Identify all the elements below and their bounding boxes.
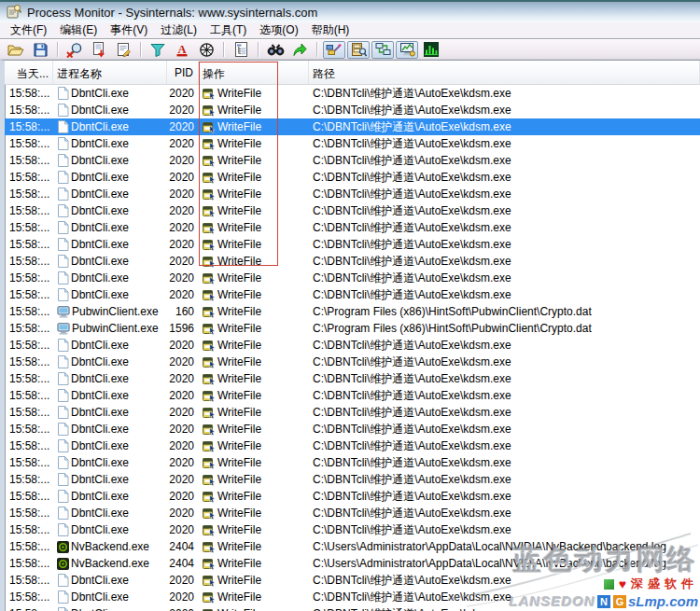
show-profiling-events-toggle[interactable] [420,41,442,59]
jump-icon [292,42,307,57]
table-row[interactable]: 15:58:... DbntCli.exe 2020 WriteFile C:\… [5,404,700,421]
cell-pid: 2020 [167,286,199,303]
show-registry-activity-toggle[interactable] [323,41,345,59]
document-icon [57,574,69,587]
cell-path: C:\Users\Administrator\AppData\Local\NVI… [309,555,700,572]
svg-text:A: A [177,43,186,56]
menu-item[interactable]: 帮助(H) [305,21,357,39]
process-monitor-window: { "window": { "title": "Process Monitor … [0,0,700,611]
cell-pid: 2020 [167,437,199,454]
jump-to-button[interactable] [288,41,311,59]
cell-process: DbntCli.exe [53,202,167,219]
column-header-path[interactable]: 路径 [309,61,700,84]
table-row[interactable]: 15:58:... DbntCli.exe 2020 WriteFile C:\… [5,186,700,202]
cell-time: 15:58:... [5,202,53,219]
column-header-time[interactable]: 当天... [5,61,53,84]
menu-item[interactable]: 文件(F) [4,21,53,39]
toolbar: A [0,40,700,60]
menu-item[interactable]: 编辑(E) [53,21,104,39]
filter-button[interactable] [147,41,169,59]
table-row[interactable]: 15:58:... DbntCli.exe 2020 WriteFile C:\… [5,236,700,253]
table-row[interactable]: 15:58:... DbntCli.exe 2020 WriteFile C:\… [5,118,700,135]
table-row[interactable]: 15:58:... DbntCli.exe 2020 WriteFile C:\… [5,102,700,118]
table-row[interactable]: 15:58:... PubwinClient.exe 1596 WriteFil… [5,320,700,337]
column-header-process[interactable]: 进程名称 [53,61,167,84]
process-tree-button[interactable] [230,41,252,59]
write-file-icon [203,289,216,301]
table-row[interactable]: 15:58:... DbntCli.exe 2020 WriteFile C:\… [5,354,700,370]
cell-path: C:\DBNTcli\维护通道\AutoExe\kdsm.exe [309,85,700,102]
include-process-from-window-button[interactable] [195,41,217,59]
table-row[interactable]: 15:58:... DbntCli.exe 2020 WriteFile C:\… [5,135,700,152]
column-header-pid[interactable]: PID [167,61,199,84]
table-row[interactable]: 15:58:... DbntCli.exe 2020 WriteFile C:\… [5,270,700,286]
cell-process: DbntCli.exe [53,102,167,118]
table-row[interactable]: 15:58:... DbntCli.exe 2020 WriteFile C:\… [5,202,700,219]
table-row[interactable]: 15:58:... PubwinClient.exe 160 WriteFile… [5,303,700,320]
cell-time: 15:58:... [5,152,53,169]
write-file-icon [203,222,216,234]
table-row[interactable]: 15:58:... DbntCli.exe 2020 WriteFile C:\… [5,152,700,169]
cell-operation: WriteFile [199,437,309,454]
table-row[interactable]: 15:58:... DbntCli.exe 2020 WriteFile C:\… [5,85,700,102]
document-icon [57,355,69,368]
table-row[interactable]: 15:58:... DbntCli.exe 2020 WriteFile C:\… [5,219,700,236]
highlight-icon: A [175,42,189,57]
menu-item[interactable]: 工具(T) [203,21,253,39]
show-network-activity-toggle[interactable] [371,41,394,59]
cell-time: 15:58:... [5,186,53,202]
menu-item[interactable]: 过滤(L) [154,21,203,39]
cell-path: C:\Users\Administrator\AppData\Local\NVI… [309,538,700,555]
cell-time: 15:58:... [5,538,53,555]
cell-time: 15:58:... [5,421,53,437]
table-row[interactable]: 15:58:... DbntCli.exe 2020 WriteFile C:\… [5,505,700,521]
write-file-icon [203,390,216,402]
table-row[interactable]: 15:58:... DbntCli.exe 2020 WriteFile C:\… [5,169,700,186]
table-row[interactable]: 15:58:... DbntCli.exe 2020 WriteFile C:\… [5,286,700,303]
table-row[interactable]: 15:58:... DbntCli.exe 2020 WriteFile C:\… [5,387,700,404]
autoscroll-icon [91,42,106,58]
write-file-icon [203,558,216,570]
table-row[interactable]: 15:58:... DbntCli.exe 2020 WriteFile C:\… [5,605,700,611]
cell-operation: WriteFile [199,337,309,354]
show-process-activity-toggle[interactable] [396,41,418,59]
save-button[interactable] [29,41,51,59]
table-row[interactable]: 15:58:... DbntCli.exe 2020 WriteFile C:\… [5,589,700,605]
cell-operation: WriteFile [199,85,309,102]
table-row[interactable]: 15:58:... DbntCli.exe 2020 WriteFile C:\… [5,488,700,505]
table-row[interactable]: 15:58:... DbntCli.exe 2020 WriteFile C:\… [5,253,700,270]
show-file-system-activity-toggle[interactable] [347,41,370,59]
reg-icon [326,42,343,57]
table-row[interactable]: 15:58:... DbntCli.exe 2020 WriteFile C:\… [5,337,700,354]
column-header-operation[interactable]: 操作 [199,61,309,84]
menu-item[interactable]: 事件(V) [104,21,154,39]
autoscroll-button[interactable] [88,41,110,59]
table-row[interactable]: 15:58:... DbntCli.exe 2020 WriteFile C:\… [5,437,700,454]
cell-operation: WriteFile [199,152,309,169]
table-row[interactable]: 15:58:... DbntCli.exe 2020 WriteFile C:\… [5,521,700,538]
cell-path: C:\Program Files (x86)\HintSoft\PubwinCl… [309,320,700,337]
clear-display-button[interactable] [112,41,134,59]
cell-pid: 2020 [167,202,199,219]
cell-process: DbntCli.exe [53,236,167,253]
table-row[interactable]: 15:58:... DbntCli.exe 2020 WriteFile C:\… [5,572,700,589]
open-log-button[interactable] [5,41,27,59]
cell-time: 15:58:... [5,555,53,572]
cell-pid: 2020 [167,505,199,521]
table-row[interactable]: 15:58:... DbntCli.exe 2020 WriteFile C:\… [5,454,700,471]
title-bar: Process Monitor - Sysinternals: www.sysi… [0,0,700,22]
table-row[interactable]: 15:58:... NvBackend.exe 2404 WriteFile C… [5,538,700,555]
cell-operation: WriteFile [199,303,309,320]
write-file-icon [203,608,216,611]
table-row[interactable]: 15:58:... DbntCli.exe 2020 WriteFile C:\… [5,370,700,387]
find-button[interactable] [264,41,287,59]
table-row[interactable]: 15:58:... DbntCli.exe 2020 WriteFile C:\… [5,471,700,488]
cell-pid: 2020 [167,337,199,354]
table-row[interactable]: 15:58:... NvBackend.exe 2404 WriteFile C… [5,555,700,572]
capture-toggle-button[interactable] [63,41,86,59]
table-row[interactable]: 15:58:... DbntCli.exe 2020 WriteFile C:\… [5,421,700,437]
document-icon [57,104,69,117]
highlight-button[interactable]: A [171,41,193,59]
menu-item[interactable]: 选项(O) [253,21,304,39]
cell-operation: WriteFile [199,572,309,589]
